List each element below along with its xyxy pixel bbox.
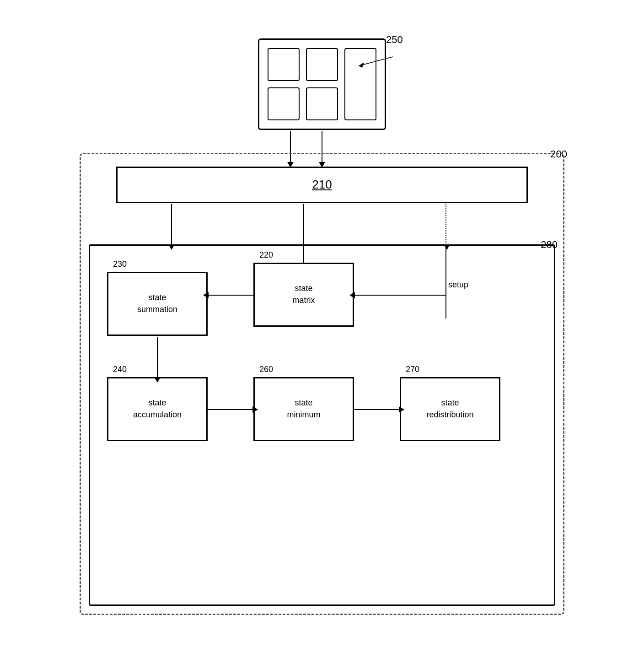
device-cell-1 — [268, 48, 300, 81]
box-220-title: state matrix — [293, 283, 315, 306]
device-cell-3 — [268, 87, 300, 120]
box-210: 210 — [116, 167, 528, 203]
arrow-210-right — [445, 204, 446, 245]
box-260: 260 state minimum — [253, 377, 354, 441]
box-230: 230 state summation — [107, 272, 208, 336]
box-240-title: state accumulation — [133, 397, 182, 420]
arrow-210-left — [171, 204, 172, 245]
box-240-num: 240 — [113, 365, 127, 374]
box-270-title: state redistribution — [426, 397, 473, 420]
device-cell-2 — [306, 48, 338, 81]
device-250 — [258, 38, 386, 130]
label-250: 250 — [386, 34, 403, 46]
arrow-220-to-230 — [208, 295, 253, 296]
label-setup: setup — [448, 280, 468, 290]
arrow-230-to-240 — [157, 337, 158, 378]
setup-line-vertical — [445, 245, 446, 318]
box-210-label: 210 — [312, 178, 332, 192]
device-cell-4 — [306, 87, 338, 120]
box-270-num: 270 — [406, 365, 419, 374]
diagram: 250 200 210 280 230 state summation 220 … — [70, 29, 574, 624]
box-240: 240 state accumulation — [107, 377, 208, 441]
box-270: 270 state redistribution — [400, 377, 500, 441]
box-260-title: state minimum — [287, 397, 320, 420]
box-230-num: 230 — [113, 259, 127, 269]
box-220-num: 220 — [259, 250, 273, 260]
device-cell-large — [344, 48, 376, 120]
box-230-title: state summation — [137, 292, 177, 315]
box-220: 220 state matrix — [253, 263, 354, 327]
setup-line-horizontal — [354, 295, 445, 296]
box-260-num: 260 — [259, 365, 273, 374]
arrow-240-to-260 — [208, 409, 253, 410]
arrow-260-to-270 — [354, 409, 400, 410]
